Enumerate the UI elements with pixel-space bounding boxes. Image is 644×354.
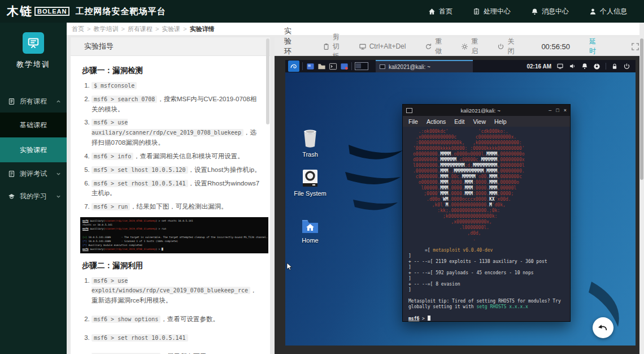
monitor-icon [359, 43, 367, 50]
process-icon [473, 8, 480, 15]
page-scrollbar[interactable] [639, 23, 644, 354]
desktop-icon-trash-label: Trash [289, 151, 332, 158]
guide-step: msf6 > info，查看漏洞相关信息和模块可用设置。 [92, 152, 262, 162]
guide-header: 实验指导 [71, 37, 270, 56]
drive-icon [289, 169, 332, 187]
notes-app-icon[interactable] [340, 62, 349, 71]
shutdown-button[interactable]: 关闭 [497, 37, 514, 56]
terminal-line: .l0000000l. [413, 225, 570, 231]
kali-desktop[interactable]: kali2021@kali: ~ 02:16 AM TrashFile Syst… [285, 60, 636, 346]
menu-view[interactable]: View [473, 118, 486, 125]
taskbar-separator [351, 62, 352, 70]
menu-edit[interactable]: Edit [454, 118, 464, 125]
menu-help[interactable]: Help [494, 118, 507, 125]
breadcrumb-separator: > [155, 25, 159, 32]
folder-app-icon[interactable] [317, 62, 326, 71]
menu-actions[interactable]: Actions [427, 118, 446, 125]
breadcrumb-item[interactable]: 教学培训 [93, 25, 118, 33]
terminal-line: .x000000000000c c000000000000x. [413, 135, 570, 140]
maximize-button[interactable]: □ [556, 107, 559, 113]
workspace-switcher[interactable] [355, 62, 368, 70]
terminal-window-title: kali2021@kali: ~ [412, 107, 549, 114]
sidebar-item-exam[interactable]: 测评考试 [0, 162, 67, 185]
nav-profile[interactable]: 个人信息 [589, 7, 627, 16]
breadcrumb-item[interactable]: 所有课程 [128, 25, 153, 33]
logout-icon[interactable] [623, 63, 630, 70]
env-toolbar: 实验环境 剪切板Ctrl+Alt+Del重做重启关闭 00:56:50 延时 [275, 37, 639, 56]
terminal-line: ] [408, 276, 570, 282]
desktop-icon-home[interactable]: Home [289, 218, 332, 244]
volume-icon[interactable] [569, 63, 576, 70]
display-icon[interactable] [556, 63, 564, 70]
desktop-icon-filesystem-label: File System [289, 190, 332, 197]
kali-menu-button[interactable] [288, 61, 299, 72]
files-app-icon[interactable] [306, 62, 315, 71]
guide-step: msf5 > set lhost 10.0.5.120，设置Lhost为操作机i… [92, 165, 262, 175]
breadcrumb-item[interactable]: 实验详情 [190, 25, 215, 33]
vnc-viewport: kali2021@kali: ~ 02:16 AM TrashFile Syst… [275, 56, 639, 354]
terminal-log-line: [*] 10.0.5.141:3389 - Scanned 1 of 1 hos… [82, 239, 266, 243]
back-button[interactable] [593, 317, 613, 338]
guide-step: msf6 > search 0708，搜索MSF内与CVE-2019-0708相… [92, 94, 262, 115]
guide-scrollbar[interactable] [266, 38, 269, 124]
terminal-titlebar[interactable]: kali2021@kali: ~ –□× [403, 105, 570, 116]
guide-step: msf6 > set rhost 10.0.5.141，设置Rhost为wind… [92, 179, 262, 199]
restart-button[interactable]: 重启 [461, 37, 478, 56]
terminal-line: + -- --=[ 8 evasion [408, 282, 570, 287]
sidebar-subitem-lab-courses[interactable]: 实验课程 [0, 137, 67, 162]
lock-icon[interactable] [611, 63, 618, 70]
desktop-icon-filesystem[interactable]: File System [289, 169, 332, 197]
sidebar-item-my-study[interactable]: 我的学习 [0, 185, 67, 208]
guide-section-heading: 步骤一：漏洞检测 [82, 66, 262, 76]
sidebar: 教学培训 所有课程基础课程实验课程测评考试我的学习 [0, 23, 67, 354]
terminal-line: .d00o'WM.0000occcx0000.KX'x00d. [413, 197, 570, 202]
clipboard-icon [323, 43, 330, 50]
notifications-icon[interactable] [581, 63, 588, 70]
page-scrollbar-thumb[interactable] [640, 38, 643, 180]
terminal-log-line: msf6 auxiliary(scanner/rdp/cve_2019_0708… [82, 247, 266, 251]
network-icon[interactable] [593, 63, 601, 70]
minimize-button[interactable]: – [549, 107, 551, 113]
breadcrumb-separator: > [183, 25, 186, 32]
breadcrumb-item[interactable]: 首页 [72, 25, 84, 33]
terminal-line: + -- --=[ 2119 exploits - 1138 auxiliary… [408, 259, 570, 265]
nav-process-center[interactable]: 处理中心 [473, 7, 511, 16]
terminal-menubar: FileActionsEditViewHelp [403, 116, 570, 127]
guide-step-command: msf6 > use exploit/windows/rdp/cve_2019_… [92, 277, 250, 295]
terminal-line: ;0000'MMM.0000.MMM:0000.MMM;0000; [413, 191, 570, 197]
guide-section-heading: 步骤二：漏洞利用 [82, 261, 262, 271]
topnav: 首页处理中心消息中心个人信息 [428, 7, 627, 16]
terminal-output[interactable]: .:ok000kdc' 'cdk000ko:. .x000000000000c … [403, 127, 570, 321]
mouse-cursor [286, 262, 293, 271]
menu-file[interactable]: File [408, 118, 418, 125]
desktop-icon-trash[interactable]: Trash [289, 129, 332, 158]
delay-button[interactable]: 延时 [589, 37, 596, 56]
close-button[interactable]: × [564, 107, 567, 113]
terminal-line: c0000000.MMM.00c.MMMMM'o00.MMM,0000000c [413, 174, 570, 180]
breadcrumb-separator: > [87, 25, 90, 32]
chevron-up-icon [56, 99, 61, 104]
sidebar-item-all-courses[interactable]: 所有课程 [0, 90, 67, 113]
terminal-line: . [413, 236, 570, 242]
window-controls: –□× [549, 107, 567, 113]
terminal-line: .:ok000kdc' 'cdk000ko:. [413, 129, 570, 135]
sidebar-module-teaching[interactable]: 教学培训 [0, 23, 67, 73]
fullscreen-icon[interactable] [631, 42, 639, 51]
guide-body[interactable]: 步骤一：漏洞检测$ msfconsolemsf6 > search 0708，搜… [71, 57, 270, 354]
lab-env-panel: 实验环境 剪切板Ctrl+Alt+Del重做重启关闭 00:56:50 延时 [275, 37, 639, 354]
nav-home[interactable]: 首页 [428, 7, 452, 16]
terminal-line [408, 242, 570, 248]
nav-message-center[interactable]: 消息中心 [531, 7, 569, 16]
taskbar-window-title: kali2021@kali: ~ [389, 64, 430, 70]
guide-step: msf6 > show targets，展示所有可用target。 [92, 352, 262, 354]
sidebar-subitem-basic-courses[interactable]: 基础课程 [0, 113, 67, 137]
home-icon [428, 8, 436, 15]
redo-button[interactable]: 重做 [425, 37, 442, 56]
taskbar-window-button[interactable]: kali2021@kali: ~ [376, 60, 473, 72]
terminal-app-icon[interactable] [328, 62, 337, 71]
guide-step: msf6 > use exploit/windows/rdp/cve_2019_… [92, 276, 262, 306]
tray-separator [606, 63, 606, 70]
ctrl-alt-del-button[interactable]: Ctrl+Alt+Del [359, 42, 406, 50]
terminal-window[interactable]: kali2021@kali: ~ –□× FileActionsEditView… [402, 104, 571, 322]
breadcrumb-item[interactable]: 实验课 [162, 25, 180, 33]
